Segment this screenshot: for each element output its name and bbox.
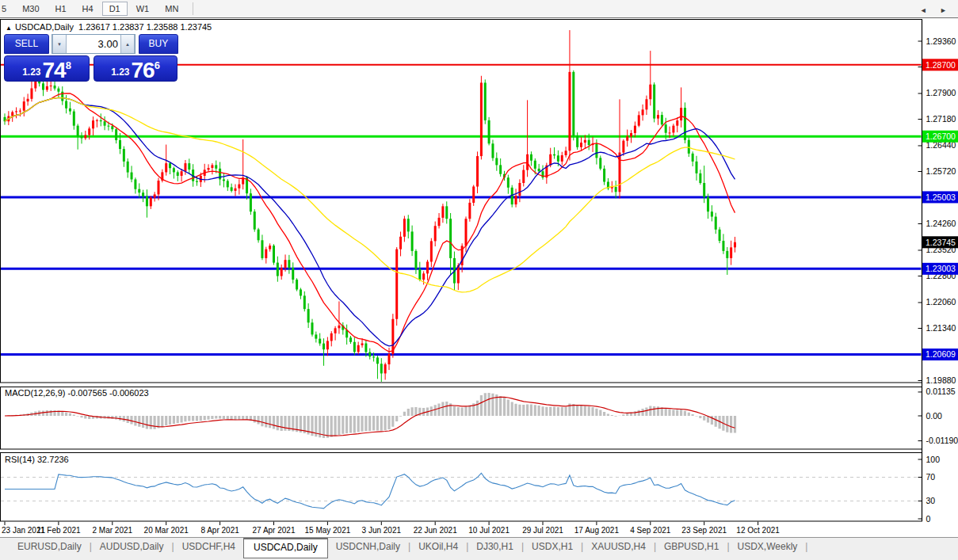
svg-text:1.25003: 1.25003: [926, 192, 956, 202]
tab-separator: |: [805, 538, 807, 552]
tab-scroll-arrows: ◄ ►: [909, 6, 947, 14]
chart-tab-XAUUSD-H4[interactable]: XAUUSD,H4: [583, 538, 654, 556]
price-axis[interactable]: 1.293601.286401.279001.271801.264401.257…: [918, 20, 958, 524]
svg-text:30: 30: [926, 496, 936, 505]
svg-text:70: 70: [926, 472, 936, 482]
svg-text:12 Oct 2021: 12 Oct 2021: [736, 526, 780, 535]
svg-text:1.28700: 1.28700: [926, 60, 956, 70]
svg-text:1.19880: 1.19880: [926, 375, 956, 385]
chart-title: ▲USDCAD,Daily 1.23617 1.23837 1.23588 1.…: [6, 22, 212, 32]
svg-text:1.24260: 1.24260: [926, 219, 956, 228]
chart-tab-USDX-H1[interactable]: USDX,H1: [524, 538, 581, 556]
chart-tab-USDX-Weekly[interactable]: USDX,Weekly: [730, 538, 806, 556]
macd-values: -0.007565 -0.006023: [67, 388, 148, 398]
svg-text:-0.011904: -0.011904: [926, 436, 958, 445]
sell-button[interactable]: SELL: [4, 34, 49, 54]
macd-indicator-label: MACD(12,26,9) -0.007565 -0.006023: [5, 388, 149, 398]
timeframe-button-H1[interactable]: H1: [48, 2, 74, 16]
macd-name: MACD(12,26,9): [5, 388, 65, 398]
volume-input[interactable]: [67, 35, 120, 53]
svg-text:8 Apr 2021: 8 Apr 2021: [200, 526, 239, 535]
svg-text:3 Jun 2021: 3 Jun 2021: [362, 526, 402, 535]
timeframe-button-D1[interactable]: D1: [102, 2, 128, 16]
volume-stepper: ▼ ▲: [52, 34, 135, 54]
sell-price-pipette: 8: [66, 59, 71, 71]
trading-terminal-window: 5M30H1H4D1W1MN 1.293601.286401.279001.27…: [0, 0, 958, 560]
price-level-badge: 1.20609: [922, 349, 958, 360]
buy-price-button[interactable]: 1.23 76 6: [94, 55, 177, 82]
volume-increase-button[interactable]: ▲: [120, 35, 135, 53]
svg-text:1.21340: 1.21340: [926, 323, 956, 333]
svg-text:2 Mar 2021: 2 Mar 2021: [93, 526, 133, 535]
svg-text:27 Apr 2021: 27 Apr 2021: [253, 526, 296, 535]
timeframe-button-W1[interactable]: W1: [129, 2, 157, 16]
buy-price-prefix: 1.23: [111, 67, 129, 78]
collapse-arrow-icon[interactable]: ▲: [6, 25, 12, 32]
rsi-name: RSI(14): [5, 455, 35, 464]
buy-button[interactable]: BUY: [139, 34, 178, 54]
sell-price-button[interactable]: 1.23 74 8: [4, 55, 90, 82]
timeframe-button-MN[interactable]: MN: [158, 2, 185, 16]
timeframe-button-5[interactable]: 5: [0, 2, 13, 16]
chart-tab-USDCHF-H4[interactable]: USDCHF,H4: [174, 538, 243, 556]
svg-text:1.27900: 1.27900: [926, 88, 956, 97]
price-chart[interactable]: 1.293601.286401.279001.271801.264401.257…: [0, 0, 958, 560]
svg-text:17 Aug 2021: 17 Aug 2021: [574, 526, 620, 535]
sell-price-prefix: 1.23: [22, 67, 40, 78]
svg-text:29 Jul 2021: 29 Jul 2021: [522, 526, 563, 535]
svg-text:1.26700: 1.26700: [926, 131, 956, 141]
chart-tab-GBPUSD-H1[interactable]: GBPUSD,H1: [656, 538, 727, 556]
svg-text:0.01135: 0.01135: [926, 387, 956, 396]
svg-text:0: 0: [926, 514, 931, 524]
svg-text:23 Sep 2021: 23 Sep 2021: [681, 526, 727, 535]
timeframe-toolbar: 5M30H1H4D1W1MN: [0, 0, 958, 18]
volume-decrease-button[interactable]: ▼: [52, 35, 67, 53]
svg-text:1.23003: 1.23003: [926, 264, 956, 273]
toolbar-separator: [193, 2, 193, 15]
svg-text:1.27180: 1.27180: [926, 114, 956, 124]
svg-text:20 Mar 2021: 20 Mar 2021: [144, 526, 189, 535]
svg-text:11 Feb 2021: 11 Feb 2021: [36, 526, 81, 535]
buy-price-big: 76: [131, 59, 154, 81]
chart-tab-EURUSD-Daily[interactable]: EURUSD,Daily: [10, 538, 90, 556]
svg-text:1.29360: 1.29360: [926, 36, 956, 46]
chart-tab-bar: EURUSD,Daily|AUDUSD,Daily|USDCHF,H4USDCA…: [0, 537, 958, 560]
svg-text:0.00: 0.00: [926, 411, 943, 421]
price-level-badge: 1.25003: [922, 191, 958, 203]
svg-text:4 Sep 2021: 4 Sep 2021: [630, 526, 671, 535]
svg-text:1.22060: 1.22060: [926, 297, 956, 307]
chart-tab-UKOil-H4[interactable]: UKOil,H4: [410, 538, 466, 556]
rsi-indicator-label: RSI(14) 32.7236: [5, 455, 69, 464]
svg-text:1.23745: 1.23745: [926, 238, 956, 247]
tab-scroll-right-button[interactable]: ►: [940, 6, 947, 14]
chart-tab-AUDUSD-Daily[interactable]: AUDUSD,Daily: [92, 538, 172, 556]
chart-symbol-label: USDCAD,Daily: [15, 22, 74, 32]
tab-scroll-left-button[interactable]: ◄: [920, 6, 927, 14]
svg-text:1.20609: 1.20609: [926, 349, 956, 359]
time-axis[interactable]: 23 Jan 202111 Feb 20212 Mar 202120 Mar 2…: [2, 522, 780, 535]
rsi-value: 32.7236: [37, 455, 69, 464]
one-click-trading-panel: SELL ▼ ▲ BUY 1.23 74 8 1.23 76 6: [4, 34, 178, 82]
timeframe-button-M30[interactable]: M30: [15, 2, 46, 16]
timeframe-button-H4[interactable]: H4: [75, 2, 101, 16]
price-level-badge: 1.23745: [922, 236, 958, 248]
svg-text:22 Jun 2021: 22 Jun 2021: [414, 526, 457, 535]
svg-text:1.25720: 1.25720: [926, 166, 956, 176]
buy-price-pipette: 6: [155, 59, 160, 71]
chart-tab-USDCAD-Daily[interactable]: USDCAD,Daily: [243, 538, 328, 558]
price-level-badge: 1.26700: [922, 131, 958, 143]
chart-tab-DJ30-H1[interactable]: DJ30,H1: [468, 538, 521, 556]
svg-text:15 May 2021: 15 May 2021: [304, 526, 350, 535]
price-level-badge: 1.23003: [922, 263, 958, 275]
price-level-badge: 1.28700: [922, 59, 958, 70]
svg-text:100: 100: [926, 455, 941, 464]
sell-price-big: 74: [42, 59, 65, 81]
chart-tab-USDCNH-Daily[interactable]: USDCNH,Daily: [328, 538, 408, 556]
chart-ohlc-values: 1.23617 1.23837 1.23588 1.23745: [78, 22, 212, 32]
svg-text:10 Jul 2021: 10 Jul 2021: [468, 526, 510, 535]
